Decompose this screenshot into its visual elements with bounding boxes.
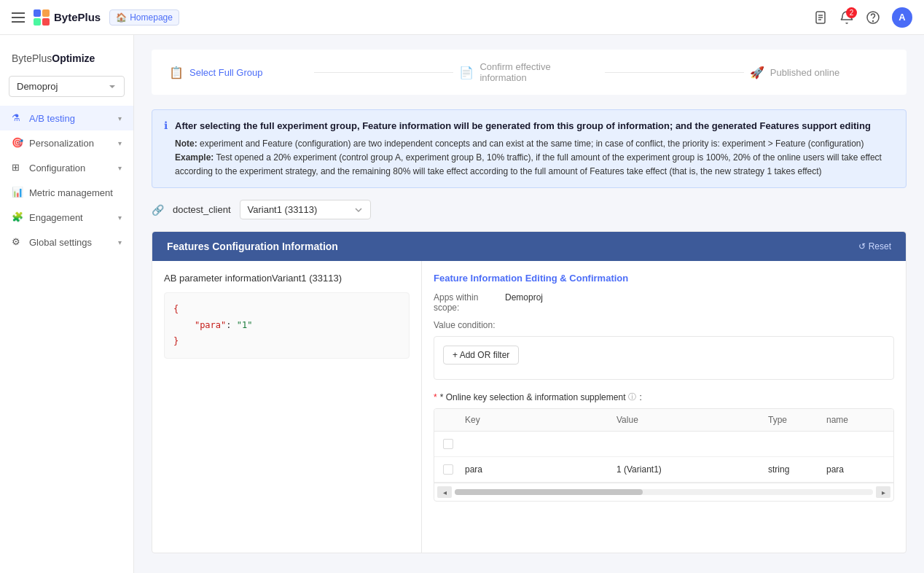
logo: BytePlus: [34, 9, 101, 26]
row-type: string: [768, 464, 826, 475]
info-circle-icon[interactable]: ⓘ: [628, 391, 636, 402]
scroll-thumb: [455, 489, 643, 495]
info-example: Example: Test opened a 20% experiment (c…: [175, 151, 894, 179]
sidebar-item-personalization[interactable]: 🎯 Personalization ▾: [0, 130, 133, 155]
bar-chart-icon: 📊: [12, 187, 23, 198]
header-value: Value: [616, 415, 768, 425]
features-configuration-card: Features Configuration Information ↺ Res…: [152, 231, 907, 553]
step-select-full-group[interactable]: 📋 Select Full Group: [169, 66, 308, 79]
header-checkbox[interactable]: [443, 439, 453, 449]
header-checkbox-col: [443, 415, 465, 425]
value-condition-box: + Add OR filter: [434, 336, 894, 380]
reset-button[interactable]: ↺ Reset: [858, 241, 891, 252]
wizard-stepper: 📋 Select Full Group 📄 Confirm effective …: [152, 50, 907, 95]
apps-label: Apps within scope:: [434, 292, 499, 313]
step-2-icon: 📄: [459, 66, 474, 79]
top-navigation: BytePlus 🏠 Homepage 2: [0, 0, 924, 35]
example-label: Example:: [175, 152, 214, 163]
svg-rect-0: [34, 9, 41, 17]
sidebar-brand: BytePlusOptimize: [0, 47, 133, 76]
document-icon[interactable]: [813, 10, 828, 25]
sidebar-item-metric-management[interactable]: 📊 Metric management: [0, 180, 133, 205]
user-avatar[interactable]: A: [892, 7, 912, 28]
puzzle-icon: 🧩: [12, 211, 23, 223]
note-label: Note:: [175, 139, 197, 149]
step-3-label: Published online: [770, 67, 839, 78]
sidebar-item-engagement[interactable]: 🧩 Engagement ▾: [0, 205, 133, 230]
step-2-label: Confirm effective information: [479, 61, 598, 83]
project-name: Demoproj: [17, 81, 108, 92]
flask-icon: ⚗: [12, 112, 23, 124]
features-card-title: Features Configuration Information: [167, 241, 338, 252]
code-brace-open: {: [173, 304, 179, 314]
info-banner: ℹ After selecting the full experiment gr…: [152, 109, 907, 188]
row-checkbox[interactable]: [443, 464, 453, 475]
step-line-1: [314, 72, 453, 73]
header-key: Key: [465, 415, 616, 425]
sidebar: BytePlusOptimize Demoproj ⚗ A/B testing …: [0, 35, 134, 573]
reset-label: Reset: [869, 241, 891, 252]
svg-point-9: [873, 20, 874, 21]
notification-icon[interactable]: 2: [839, 10, 854, 25]
add-or-filter-button[interactable]: + Add OR filter: [443, 346, 519, 365]
info-icon: ℹ: [164, 120, 168, 179]
feature-info-title: Feature Information Editing & Confirmati…: [434, 273, 894, 284]
features-card-header: Features Configuration Information ↺ Res…: [152, 232, 906, 261]
row-value: 1 (Variant1): [616, 464, 768, 475]
homepage-label: Homepage: [130, 12, 173, 23]
svg-rect-2: [34, 18, 41, 26]
right-panel: Feature Information Editing & Confirmati…: [422, 261, 906, 553]
target-icon: 🎯: [12, 137, 23, 149]
code-key-para: "para": [195, 320, 226, 330]
sidebar-item-configuration[interactable]: ⊞ Configuration ▾: [0, 155, 133, 180]
sidebar-item-label: A/B testing: [29, 113, 112, 124]
left-panel: AB parameter informationVariant1 (33113)…: [152, 261, 422, 553]
variant-dropdown[interactable]: Variant1 (33113): [240, 200, 371, 219]
scroll-right-arrow[interactable]: ▸: [876, 486, 890, 498]
hamburger-menu-button[interactable]: [12, 12, 25, 23]
bottom-actions: Next step Cancel: [152, 568, 907, 573]
svg-rect-1: [42, 9, 50, 17]
sidebar-item-global-settings[interactable]: ⚙ Global settings ▾: [0, 230, 133, 254]
info-title: After selecting the full experiment grou…: [175, 119, 894, 134]
apps-row: Apps within scope: Demoproj: [434, 292, 894, 313]
key-table-header: Key Value Type name: [434, 409, 893, 432]
chevron-down-icon: ▾: [118, 114, 122, 122]
header-name: name: [826, 415, 885, 425]
info-note: Note: experiment and Feature (configurat…: [175, 137, 894, 151]
info-content: After selecting the full experiment grou…: [175, 119, 894, 179]
row-key: para: [465, 464, 616, 475]
chevron-down-icon: ▾: [118, 238, 122, 246]
project-selector[interactable]: Demoproj: [9, 76, 125, 97]
table-header-checkbox-row: [434, 432, 893, 457]
sidebar-item-label: Metric management: [29, 187, 122, 198]
help-icon[interactable]: [866, 10, 880, 25]
horizontal-scrollbar[interactable]: ◂ ▸: [434, 483, 893, 501]
header-type: Type: [768, 415, 826, 425]
apps-value: Demoproj: [505, 292, 543, 303]
code-brace-close: }: [173, 336, 179, 346]
client-row: 🔗 doctest_client Variant1 (33113): [152, 200, 907, 219]
byteplus-logo-icon: [34, 9, 50, 26]
notification-badge: 2: [846, 7, 857, 18]
ab-param-title: AB parameter informationVariant1 (33113): [164, 273, 410, 284]
link-icon: 🔗: [152, 204, 164, 216]
sidebar-item-ab-testing[interactable]: ⚗ A/B testing ▾: [0, 106, 133, 130]
chevron-down-icon: ▾: [118, 214, 122, 222]
svg-rect-3: [42, 18, 50, 26]
client-name: doctest_client: [173, 204, 231, 215]
grid-icon: ⊞: [12, 162, 23, 174]
chevron-down-icon: ▾: [118, 139, 122, 147]
value-condition-label: Value condition:: [434, 320, 894, 330]
homepage-tag[interactable]: 🏠 Homepage: [109, 9, 179, 26]
colon: :: [639, 392, 641, 402]
settings-icon: ⚙: [12, 236, 23, 248]
sidebar-item-label: Engagement: [29, 212, 112, 223]
step-3-icon: 🚀: [750, 66, 764, 79]
required-star: *: [434, 392, 437, 402]
code-value-para: "1": [237, 320, 253, 330]
step-confirm-effective[interactable]: 📄 Confirm effective information: [459, 61, 598, 83]
scroll-left-arrow[interactable]: ◂: [437, 486, 452, 498]
step-published-online[interactable]: 🚀 Published online: [750, 66, 889, 79]
online-key-text: * Online key selection & information sup…: [440, 392, 626, 402]
